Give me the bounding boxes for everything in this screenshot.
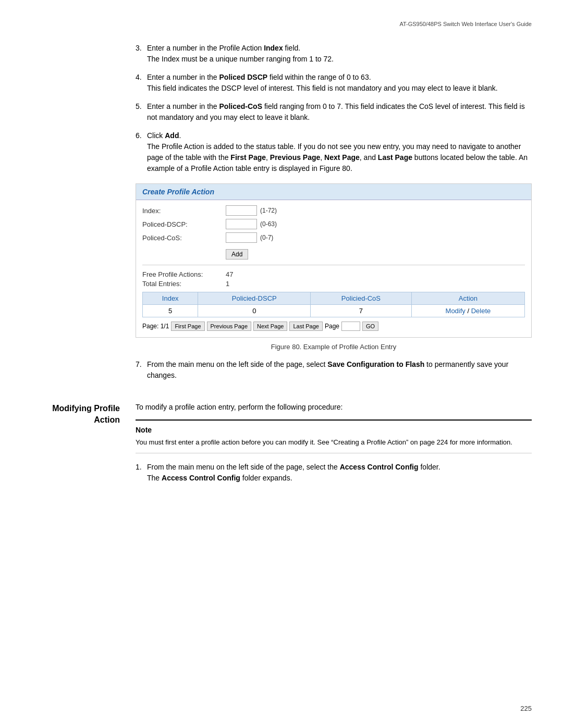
profile-action-table: Index Policied-DSCP Policied-CoS Action … (142, 292, 525, 317)
cos-hint: (0-7) (260, 234, 273, 241)
table-header-row: Index Policied-DSCP Policied-CoS Action (143, 292, 525, 305)
step-7-text: From the main menu on the left side of t… (147, 359, 532, 381)
step-7: 7. From the main menu on the left side o… (136, 359, 532, 381)
free-actions-row: Free Profile Actions: 47 (142, 270, 525, 278)
modify-step-1: 1. From the main menu on the left side o… (136, 462, 532, 484)
step-5-num: 5. (136, 101, 147, 123)
col-action: Action (411, 292, 524, 305)
note-title: Note (136, 426, 532, 434)
steps-list: 3. Enter a number in the Profile Action … (136, 43, 532, 174)
dscp-input[interactable] (226, 219, 257, 229)
free-actions-label: Free Profile Actions: (142, 270, 226, 278)
add-button[interactable]: Add (226, 249, 248, 260)
col-index: Index (143, 292, 198, 305)
step-6-num: 6. (136, 130, 147, 174)
page-number-input[interactable] (341, 322, 360, 331)
page-info: Page: 1/1 (142, 323, 169, 330)
index-label: Index: (142, 207, 226, 215)
row-cos: 7 (311, 305, 412, 317)
step-3-num: 3. (136, 43, 147, 65)
index-row: Index: (1-72) (142, 205, 525, 216)
go-button[interactable]: GO (362, 322, 378, 331)
page-header: AT-GS950/48PS Switch Web Interface User'… (31, 21, 532, 27)
total-entries-value: 1 (226, 280, 229, 288)
total-entries-row: Total Entries: 1 (142, 280, 525, 288)
dscp-label: Policed-DSCP: (142, 220, 226, 228)
header-title: AT-GS950/48PS Switch Web Interface User'… (399, 21, 532, 27)
cos-row: Policed-CoS: (0-7) (142, 232, 525, 243)
step-6-text: Click Add. The Profile Action is added t… (147, 130, 532, 174)
step-3-text: Enter a number in the Profile Action Ind… (147, 43, 532, 65)
modifying-section: Modifying Profile Action To modify a pro… (31, 403, 532, 491)
cos-label: Policed-CoS: (142, 234, 226, 242)
page-label: Page (325, 323, 339, 330)
col-cos: Policied-CoS (311, 292, 412, 305)
step-4: 4. Enter a number in the Policed DSCP fi… (136, 72, 532, 94)
modify-link[interactable]: Modify (446, 307, 466, 315)
section-body: To modify a profile action entry, perfor… (136, 403, 532, 491)
step-5: 5. Enter a number in the Policed-CoS fie… (136, 101, 532, 123)
index-input[interactable] (226, 205, 257, 216)
figure-body: Index: (1-72) Policed-DSCP: (0-63) Polic… (136, 200, 531, 337)
section-title-line2: Action (94, 415, 120, 424)
index-hint: (1-72) (260, 207, 277, 214)
delete-link[interactable]: Delete (471, 307, 491, 315)
total-entries-label: Total Entries: (142, 280, 226, 288)
figure-box: Create Profile Action Index: (1-72) Poli… (136, 183, 532, 338)
note-box: Note You must first enter a profile acti… (136, 419, 532, 453)
prev-page-button[interactable]: Previous Page (207, 322, 252, 331)
step-7-num: 7. (136, 359, 147, 381)
page-number: 225 (520, 705, 532, 712)
table-row: 5 0 7 Modify / Delete (143, 305, 525, 317)
last-page-button[interactable]: Last Page (289, 322, 323, 331)
figure-caption: Figure 80. Example of Profile Action Ent… (136, 343, 532, 351)
section-title-line1: Modifying Profile (52, 404, 120, 413)
modify-step-1-text: From the main menu on the left side of t… (147, 462, 532, 484)
step-4-num: 4. (136, 72, 147, 94)
action-separator: / (467, 307, 471, 315)
step-6: 6. Click Add. The Profile Action is adde… (136, 130, 532, 174)
row-index: 5 (143, 305, 198, 317)
section-title: Modifying Profile Action (31, 403, 136, 491)
free-actions-value: 47 (226, 270, 233, 278)
dscp-hint: (0-63) (260, 220, 277, 228)
pagination-row: Page: 1/1 First Page Previous Page Next … (142, 322, 525, 331)
step-4-text: Enter a number in the Policed DSCP field… (147, 72, 532, 94)
dscp-row: Policed-DSCP: (0-63) (142, 219, 525, 229)
next-page-button[interactable]: Next Page (253, 322, 287, 331)
modify-steps-list: 1. From the main menu on the left side o… (136, 462, 532, 484)
row-action: Modify / Delete (411, 305, 524, 317)
section-intro: To modify a profile action entry, perfor… (136, 403, 532, 411)
first-page-button[interactable]: First Page (171, 322, 204, 331)
col-dscp: Policied-DSCP (198, 292, 311, 305)
step-3: 3. Enter a number in the Profile Action … (136, 43, 532, 65)
note-text: You must first enter a profile action be… (136, 437, 532, 448)
step-5-text: Enter a number in the Policed-CoS field … (147, 101, 532, 123)
cos-input[interactable] (226, 232, 257, 243)
modify-step-1-num: 1. (136, 462, 147, 484)
row-dscp: 0 (198, 305, 311, 317)
step-7-list: 7. From the main menu on the left side o… (136, 359, 532, 381)
figure-title: Create Profile Action (136, 184, 531, 200)
